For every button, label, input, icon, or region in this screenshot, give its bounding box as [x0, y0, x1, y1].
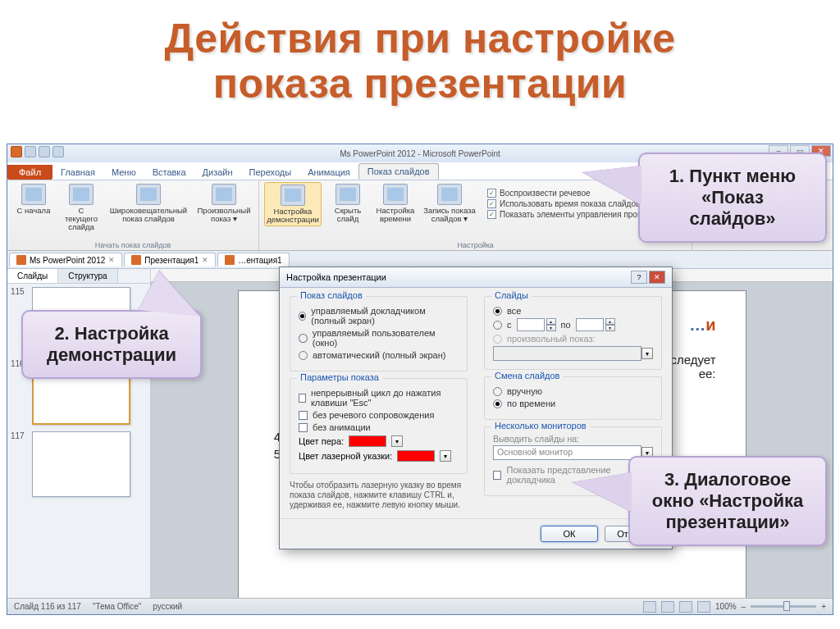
file-icon [16, 255, 26, 265]
status-bar: Слайд 116 из 117 "Тема Office" русский 1… [7, 598, 833, 614]
view-normal-button[interactable] [643, 601, 656, 613]
slide-thumb[interactable] [32, 431, 130, 497]
tab-insert[interactable]: Вставка [144, 165, 194, 180]
panel-tab-slides[interactable]: Слайды [7, 269, 58, 283]
tab-home[interactable]: Главная [52, 165, 103, 180]
doc-tab-3[interactable]: …ентация1 [217, 253, 289, 267]
thumb-num: 115 [11, 287, 29, 296]
laser-note: Чтобы отобразить лазерную указку во врем… [290, 481, 468, 510]
chk-no-narration[interactable]: без речевого сопровождения [299, 410, 459, 420]
custom-show-icon [212, 184, 236, 205]
chk-loop[interactable]: непрерывный цикл до нажатия клавиши "Esc… [299, 388, 459, 408]
clock-icon [383, 184, 408, 205]
zoom-value: 100% [715, 602, 737, 611]
group-label-start: Начать показ слайдов [95, 241, 171, 249]
redo-icon[interactable] [52, 146, 64, 157]
status-slide: Слайд 116 из 117 [14, 602, 81, 611]
tab-slideshow[interactable]: Показ слайдов [358, 163, 439, 180]
record-button[interactable]: Запись показа слайдов ▾ [422, 182, 477, 226]
window-title: Ms PowerPoint 2012 - Microsoft PowerPoin… [340, 149, 500, 158]
quick-access-toolbar [11, 146, 64, 157]
radio-timed[interactable]: по времени [493, 399, 653, 408]
file-icon [225, 255, 235, 265]
monitor-combo[interactable]: Основной монитор [493, 445, 641, 460]
dropdown-icon[interactable]: ▾ [391, 435, 403, 447]
to-input[interactable] [576, 318, 604, 331]
dialog-titlebar: Настройка презентации ? ✕ [280, 267, 672, 288]
slide-title: Действия при настройкепоказа презентации [0, 0, 840, 131]
radio-custom: произвольный показ: [493, 334, 653, 344]
tab-design[interactable]: Дизайн [194, 165, 241, 180]
record-icon [437, 184, 462, 205]
radio-manual[interactable]: вручную [493, 386, 653, 396]
thumb-num: 117 [11, 431, 29, 440]
dialog-title: Настройка презентации [286, 272, 386, 282]
broadcast-button[interactable]: Широковещательный показ слайдов [107, 182, 189, 233]
from-current-button[interactable]: С текущего слайда [60, 182, 103, 233]
hide-icon [336, 184, 360, 205]
help-button[interactable]: ? [631, 271, 647, 284]
fieldset-advance: Смена слайдов вручную по времени [484, 376, 662, 420]
radio-user[interactable]: управляемый пользователем (окно) [299, 328, 459, 348]
from-input[interactable] [517, 318, 545, 331]
tab-file[interactable]: Файл [7, 165, 52, 180]
close-tab-icon[interactable]: ✕ [202, 256, 208, 264]
file-icon [131, 255, 141, 265]
close-tab-icon[interactable]: ✕ [108, 256, 115, 264]
dialog-close-button[interactable]: ✕ [649, 271, 665, 284]
play-icon [21, 184, 46, 205]
tab-transitions[interactable]: Переходы [241, 165, 300, 180]
doc-tab-1[interactable]: Ms PowerPoint 2012✕ [9, 253, 122, 267]
broadcast-icon [136, 184, 161, 205]
group-start-show: С начала С текущего слайда Широковещател… [7, 180, 259, 250]
group-label-setup: Настройка [458, 241, 494, 249]
setup-icon [281, 185, 305, 206]
callout-1: 1. Пункт меню «Показ слайдов» [638, 153, 827, 243]
from-beginning-button[interactable]: С начала [12, 182, 55, 233]
panel-tab-outline[interactable]: Структура [58, 269, 117, 283]
chk-no-animation[interactable]: без анимации [299, 422, 459, 432]
setup-slideshow-button[interactable]: Настройка демонстрации [264, 182, 322, 226]
custom-show-combo [493, 346, 641, 361]
callout-3: 3. Диалоговое окно «Настройка презентаци… [628, 456, 827, 546]
ok-button[interactable]: ОК [541, 526, 598, 542]
custom-show-button[interactable]: Произвольный показ ▾ [194, 182, 253, 233]
fieldset-params: Параметры показа непрерывный цикл до наж… [290, 378, 468, 474]
doc-tab-2[interactable]: Презентация1✕ [124, 253, 216, 267]
view-slideshow-button[interactable] [697, 601, 710, 613]
fieldset-slides: Слайды все с ▴▾ по ▴▾ произвольный показ… [484, 296, 662, 370]
tab-menu[interactable]: Меню [103, 165, 144, 180]
status-theme: "Тема Office" [93, 602, 141, 611]
hide-slide-button[interactable]: Скрыть слайд [326, 182, 369, 226]
radio-presenter[interactable]: управляемый докладчиком (полный экран) [299, 306, 459, 326]
radio-all[interactable]: все [493, 306, 653, 316]
undo-icon[interactable] [39, 146, 50, 157]
fieldset-show-type: Показ слайдов управляемый докладчиком (п… [290, 296, 468, 371]
status-lang: русский [153, 602, 182, 611]
rehearse-button[interactable]: Настройка времени [374, 182, 417, 226]
zoom-slider[interactable] [751, 605, 816, 608]
view-sorter-button[interactable] [661, 601, 674, 613]
radio-auto[interactable]: автоматический (полный экран) [299, 350, 459, 360]
play-current-icon [69, 184, 94, 205]
save-icon[interactable] [25, 146, 36, 157]
dropdown-icon: ▾ [641, 348, 653, 359]
view-reading-button[interactable] [679, 601, 692, 613]
pp-app-icon [11, 146, 22, 157]
tab-animation[interactable]: Анимация [299, 165, 358, 180]
laser-color[interactable] [397, 450, 435, 462]
radio-range[interactable]: с ▴▾ по ▴▾ [493, 318, 653, 331]
pen-color[interactable] [349, 435, 386, 447]
dropdown-icon[interactable]: ▾ [440, 450, 451, 462]
callout-2: 2. Настройка демонстрации [21, 310, 202, 379]
